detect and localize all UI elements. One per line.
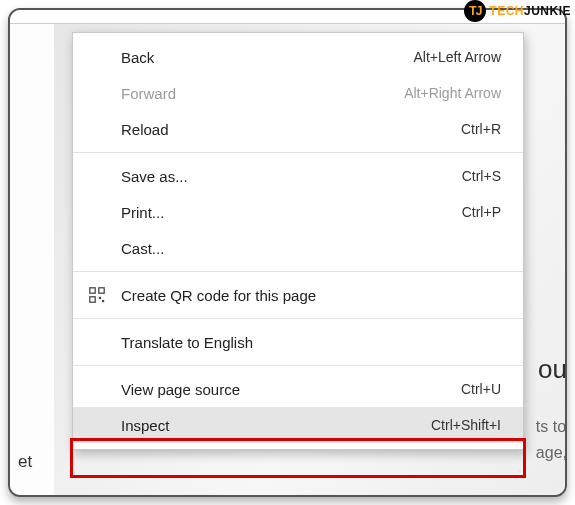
menu-item-reload[interactable]: Reload Ctrl+R: [73, 111, 523, 147]
browser-side-strip: [10, 24, 54, 495]
svg-rect-3: [99, 297, 101, 299]
menu-shortcut: Ctrl+U: [461, 381, 501, 397]
svg-rect-2: [90, 297, 95, 302]
context-menu: Back Alt+Left Arrow Forward Alt+Right Ar…: [72, 32, 524, 450]
menu-item-inspect[interactable]: Inspect Ctrl+Shift+I: [73, 407, 523, 443]
watermark-text: TECHJUNKIE: [489, 4, 571, 18]
obscured-headline: ou: [538, 354, 567, 385]
menu-label: Translate to English: [121, 334, 501, 351]
menu-item-print[interactable]: Print... Ctrl+P: [73, 194, 523, 230]
menu-label: Inspect: [121, 417, 431, 434]
menu-shortcut: Ctrl+Shift+I: [431, 417, 501, 433]
menu-label: View page source: [121, 381, 461, 398]
svg-rect-1: [99, 288, 104, 293]
menu-item-cast[interactable]: Cast...: [73, 230, 523, 266]
menu-label: Reload: [121, 121, 461, 138]
menu-label: Create QR code for this page: [121, 287, 501, 304]
menu-item-qr-code[interactable]: Create QR code for this page: [73, 277, 523, 313]
menu-separator: [73, 365, 523, 366]
menu-item-forward[interactable]: Forward Alt+Right Arrow: [73, 75, 523, 111]
menu-shortcut: Alt+Right Arrow: [404, 85, 501, 101]
watermark-logo-icon: TJ: [464, 0, 486, 22]
menu-separator: [73, 318, 523, 319]
svg-rect-0: [90, 288, 95, 293]
menu-item-back[interactable]: Back Alt+Left Arrow: [73, 39, 523, 75]
watermark: TJ TECHJUNKIE: [464, 0, 571, 22]
menu-label: Save as...: [121, 168, 462, 185]
menu-label: Print...: [121, 204, 462, 221]
qr-code-icon: [87, 285, 107, 305]
menu-item-translate[interactable]: Translate to English: [73, 324, 523, 360]
menu-separator: [73, 152, 523, 153]
menu-shortcut: Alt+Left Arrow: [413, 49, 501, 65]
menu-item-save-as[interactable]: Save as... Ctrl+S: [73, 158, 523, 194]
obscured-left-text: et: [18, 452, 32, 472]
menu-label: Back: [121, 49, 413, 66]
menu-label: Cast...: [121, 240, 501, 257]
menu-label: Forward: [121, 85, 404, 102]
menu-separator: [73, 271, 523, 272]
menu-shortcut: Ctrl+S: [462, 168, 501, 184]
screenshot-frame: ou ts to age, et Back Alt+Left Arrow For…: [8, 8, 567, 497]
menu-shortcut: Ctrl+P: [462, 204, 501, 220]
menu-shortcut: Ctrl+R: [461, 121, 501, 137]
menu-item-view-source[interactable]: View page source Ctrl+U: [73, 371, 523, 407]
obscured-subtext: ts to age,: [536, 414, 567, 465]
svg-rect-4: [102, 300, 104, 302]
